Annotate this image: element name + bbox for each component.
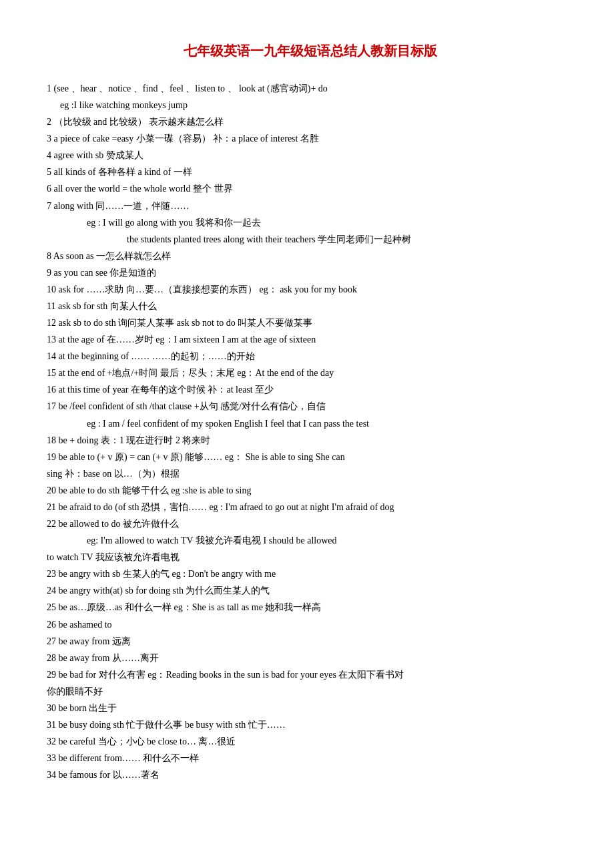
content-line-l25: 25 be as…原级…as 和什么一样 eg：She is as tall a… <box>47 600 574 616</box>
content-line-l28: 28 be away from 从……离开 <box>47 650 574 666</box>
content-line-l29: 29 be bad for 对什么有害 eg：Reading books in … <box>47 667 574 683</box>
content-line-l22b: eg: I'm allowed to watch TV 我被允许看电视 I sh… <box>47 533 574 549</box>
content-line-l27: 27 be away from 远离 <box>47 634 574 650</box>
content-line-l22: 22 be allowed to do 被允许做什么 <box>47 516 574 532</box>
content-line-l22c: to watch TV 我应该被允许看电视 <box>47 550 574 566</box>
main-content: 1 (see 、hear 、notice 、find 、feel 、listen… <box>47 81 574 783</box>
content-line-l2: 2 （比较级 and 比较级） 表示越来越怎么样 <box>47 114 574 130</box>
content-line-l13: 13 at the age of 在……岁时 eg：I am sixteen I… <box>47 332 574 348</box>
content-line-l31: 31 be busy doing sth 忙于做什么事 be busy with… <box>47 717 574 733</box>
content-line-l17b: eg : I am / feel confident of my spoken … <box>47 416 574 432</box>
content-line-l1: 1 (see 、hear 、notice 、find 、feel 、listen… <box>47 81 574 97</box>
content-line-l16: 16 at this time of year 在每年的这个时候 补：at le… <box>47 382 574 398</box>
content-line-l11: 11 ask sb for sth 向某人什么 <box>47 298 574 314</box>
content-line-l8: 8 As soon as 一怎么样就怎么样 <box>47 248 574 264</box>
content-line-l30: 30 be born 出生于 <box>47 700 574 716</box>
content-line-l15: 15 at the end of +地点/+时间 最后；尽头；末尾 eg：At … <box>47 365 574 381</box>
content-line-l34: 34 be famous for 以……著名 <box>47 767 574 783</box>
content-line-l33: 33 be different from…… 和什么不一样 <box>47 750 574 767</box>
content-line-l5: 5 all kinds of 各种各样 a kind of 一样 <box>47 164 574 180</box>
content-line-l7: 7 along with 同……一道，伴随…… <box>47 198 574 214</box>
content-line-l7b: eg : I will go along with you 我将和你一起去 <box>47 215 574 231</box>
content-line-l3: 3 a piece of cake =easy 小菜一碟（容易） 补：a pla… <box>47 131 574 147</box>
content-line-l12: 12 ask sb to do sth 询问某人某事 ask sb not to… <box>47 315 574 331</box>
content-line-l18: 18 be + doing 表：1 现在进行时 2 将来时 <box>47 433 574 449</box>
content-line-l6: 6 all over the world = the whole world 整… <box>47 181 574 197</box>
content-line-l21: 21 be afraid to do (of sth 恐惧，害怕…… eg : … <box>47 499 574 515</box>
content-line-l10: 10 ask for ……求助 向…要…（直接接想要的东西） eg： ask y… <box>47 282 574 298</box>
content-line-l17: 17 be /feel confident of sth /that claus… <box>47 399 574 415</box>
content-line-l29b: 你的眼睛不好 <box>47 684 574 700</box>
content-line-l26: 26 be ashamed to <box>47 617 574 633</box>
content-line-l1b: eg :I like watching monkeys jump <box>47 97 574 114</box>
content-line-l9: 9 as you can see 你是知道的 <box>47 265 574 281</box>
content-line-l19b: sing 补：base on 以…（为）根据 <box>47 466 574 482</box>
content-line-l4: 4 agree with sb 赞成某人 <box>47 148 574 164</box>
content-line-l24: 24 be angry with(at) sb for doing sth 为什… <box>47 583 574 599</box>
content-line-l23: 23 be angry with sb 生某人的气 eg : Don't be … <box>47 566 574 582</box>
page-title: 七年级英语一九年级短语总结人教新目标版 <box>47 40 574 62</box>
content-line-l14: 14 at the beginning of …… ……的起初；……的开始 <box>47 349 574 365</box>
content-line-l20: 20 be able to do sth 能够干什么 eg :she is ab… <box>47 483 574 499</box>
content-line-l32: 32 be careful 当心；小心 be close to… 离…很近 <box>47 734 574 750</box>
content-line-l19: 19 be able to (+ v 原) = can (+ v 原) 能够……… <box>47 449 574 465</box>
content-line-l7c: the students planted trees along with th… <box>47 232 574 248</box>
